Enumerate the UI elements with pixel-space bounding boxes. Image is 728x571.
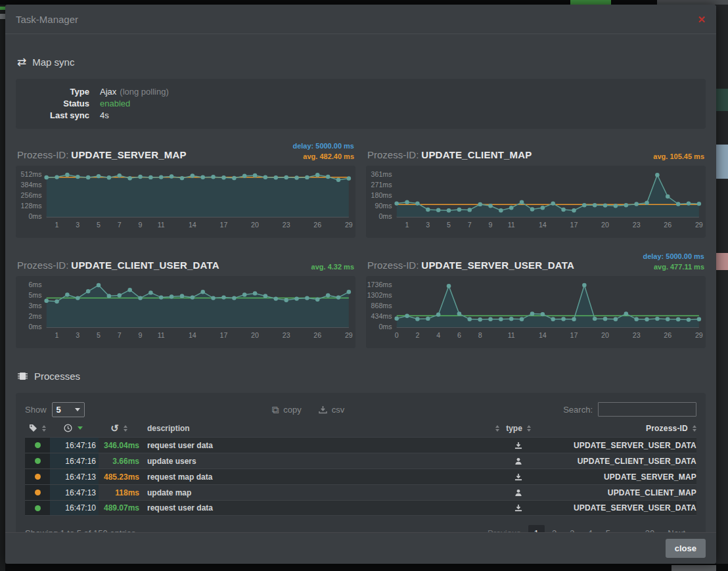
copy-button[interactable]: ⧉ copy <box>272 405 302 415</box>
svg-text:9: 9 <box>139 331 143 339</box>
svg-text:11: 11 <box>158 221 165 229</box>
table-body: 16:47:16346.04msrequest user dataUPDATE_… <box>25 437 696 516</box>
status-badge: enabled <box>100 98 130 110</box>
page-button-5[interactable]: 5 <box>600 525 616 533</box>
prozess-id-label: Prozess-ID: <box>367 260 419 271</box>
svg-text:17: 17 <box>220 331 228 339</box>
prozess-id-cell: UPDATE_SERVER_USER_DATA <box>537 438 696 453</box>
svg-text:7: 7 <box>468 221 472 229</box>
column-prozess-id[interactable]: Prozess-ID <box>537 424 696 433</box>
close-button[interactable]: close <box>666 539 706 558</box>
svg-text:0ms: 0ms <box>378 213 392 221</box>
chart-update-client-user-data: Prozess-ID:UPDATE_CLIENT_USER_DATA avg. … <box>16 248 355 348</box>
prozess-id-cell: UPDATE_CLIENT_USER_DATA <box>537 453 696 468</box>
column-description[interactable]: description <box>139 424 499 433</box>
search-input[interactable] <box>598 402 696 417</box>
process-name: UPDATE_CLIENT_MAP <box>421 149 532 160</box>
status-dot <box>35 490 41 495</box>
description-cell: request map data <box>139 469 499 484</box>
avg-badge: avg. 477.11 ms <box>643 262 704 272</box>
modal-header: Task-Manager ✕ <box>5 5 716 34</box>
download-icon <box>499 438 537 453</box>
time-cell: 16:47:16 <box>50 453 99 468</box>
sync-note: (long polling) <box>120 86 168 98</box>
background-bottom-strip <box>5 564 728 571</box>
page-button-1[interactable]: 1 <box>528 525 545 533</box>
chart-update-client-map: Prozess-ID:UPDATE_CLIENT_MAP avg. 105.45… <box>366 138 706 238</box>
time-cell: 16:47:13 <box>50 469 99 484</box>
processes-section-header: Processes <box>17 371 706 382</box>
background-gray-segment <box>657 0 728 5</box>
sort-icon <box>124 425 127 432</box>
table-row[interactable]: 16:47:163.66msupdate usersUPDATE_CLIENT_… <box>25 453 696 468</box>
page-size-value: 5 <box>57 405 61 415</box>
svg-text:2ms: 2ms <box>28 313 41 321</box>
status-cell <box>25 469 50 484</box>
svg-text:90ms: 90ms <box>375 202 392 210</box>
svg-text:14: 14 <box>189 221 196 229</box>
svg-text:512ms: 512ms <box>21 171 42 179</box>
svg-text:6: 6 <box>457 331 461 339</box>
sync-label: Last sync <box>26 110 100 122</box>
timing-chart: 361ms271ms180ms90ms0ms135791114172023262… <box>367 167 704 237</box>
map-sync-title: Map sync <box>32 57 74 68</box>
background-left-strip <box>0 5 5 571</box>
status-dot <box>35 474 41 480</box>
show-label: Show <box>25 405 47 415</box>
previous-page-button: ‹ Previous <box>476 525 527 533</box>
description-cell: update users <box>139 453 499 468</box>
svg-text:3: 3 <box>76 221 80 229</box>
close-icon[interactable]: ✕ <box>697 14 706 24</box>
csv-button[interactable]: csv <box>319 405 345 415</box>
avg-badge: avg. 482.40 ms <box>292 151 354 162</box>
duration-cell: 485.23ms <box>99 469 139 484</box>
column-time[interactable] <box>50 424 99 432</box>
status-cell <box>25 485 50 500</box>
exchange-icon: ⇄ <box>17 57 26 68</box>
modal-footer: close <box>5 532 716 564</box>
avg-badge: avg. 4.32 ms <box>311 262 354 272</box>
prozess-id-label: Prozess-ID: <box>367 149 419 160</box>
table-row[interactable]: 16:47:16346.04msrequest user dataUPDATE_… <box>25 437 696 453</box>
svg-text:20: 20 <box>601 221 609 229</box>
table-row[interactable]: 16:47:13118msupdate mapUPDATE_CLIENT_MAP <box>25 484 696 500</box>
map-sync-panel: Type Ajax (long polling) Status enabled … <box>16 79 706 129</box>
svg-text:9: 9 <box>489 221 493 229</box>
svg-text:26: 26 <box>313 331 321 339</box>
svg-text:180ms: 180ms <box>371 192 392 200</box>
column-type[interactable]: type <box>499 424 537 433</box>
svg-text:17: 17 <box>220 221 228 229</box>
svg-text:128ms: 128ms <box>21 202 42 210</box>
page-button-2[interactable]: 2 <box>546 525 562 533</box>
svg-text:26: 26 <box>664 221 671 229</box>
svg-text:361ms: 361ms <box>371 171 392 179</box>
page-button-4[interactable]: 4 <box>581 525 598 533</box>
next-page-button[interactable]: Next › <box>662 525 696 533</box>
column-status[interactable] <box>25 424 50 432</box>
page-button-3[interactable]: 3 <box>564 525 580 533</box>
svg-text:29: 29 <box>345 221 353 229</box>
page-size-select[interactable]: 5 <box>52 402 85 417</box>
page-button-30[interactable]: 30 <box>639 525 660 533</box>
svg-text:1: 1 <box>55 331 59 339</box>
svg-text:5: 5 <box>97 331 101 339</box>
user-icon <box>499 453 537 468</box>
svg-text:14: 14 <box>189 331 196 339</box>
table-row[interactable]: 16:47:13485.23msrequest map dataUPDATE_S… <box>25 468 696 484</box>
tag-icon <box>29 424 37 432</box>
column-duration[interactable]: ↺ <box>99 423 139 433</box>
table-row[interactable]: 16:47:10489.07msrequest user dataUPDATE_… <box>25 500 696 516</box>
microchip-icon <box>17 371 28 382</box>
duration-cell: 118ms <box>99 485 139 500</box>
svg-text:3: 3 <box>426 221 430 229</box>
svg-text:9: 9 <box>139 221 143 229</box>
ellipsis: … <box>618 525 638 533</box>
svg-text:1: 1 <box>405 221 409 229</box>
prozess-id-cell: UPDATE_SERVER_USER_DATA <box>537 501 696 515</box>
timing-chart: 1736ms1302ms868ms434ms0ms024681114172023… <box>367 277 704 347</box>
clock-icon <box>64 424 72 432</box>
timing-chart: 6ms5ms3ms2ms0ms1357911141720232629 <box>17 277 354 347</box>
table-footer: Showing 1 to 5 of 150 entries ‹ Previous… <box>25 516 696 532</box>
svg-text:14: 14 <box>539 221 547 229</box>
svg-text:11: 11 <box>508 331 515 339</box>
